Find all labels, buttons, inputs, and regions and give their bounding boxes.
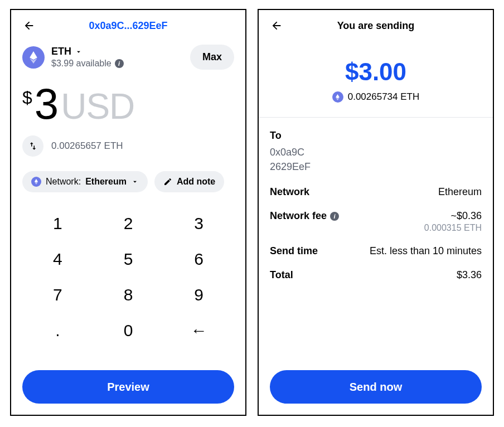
chevron-down-icon	[75, 48, 83, 56]
eth-icon	[31, 177, 41, 187]
arrow-left-icon	[270, 20, 283, 32]
recipient-address-header: 0x0a9C...629EeF	[22, 20, 234, 32]
sendtime-label: Send time	[270, 245, 318, 257]
network-value: Ethereum	[85, 177, 127, 187]
network-row-value: Ethereum	[438, 186, 482, 198]
fee-eth: 0.000315 ETH	[424, 223, 482, 233]
to-address-line2: 2629EeF	[270, 161, 311, 172]
network-row-label: Network	[270, 186, 309, 198]
total-value: $3.36	[457, 269, 482, 281]
send-amount-eth: 0.00265734 ETH	[348, 91, 420, 103]
enter-amount-panel: 0x0a9C...629EeF ETH $3.99 available i Ma…	[10, 9, 246, 416]
currency-symbol: $	[22, 88, 32, 108]
confirm-send-panel: You are sending $3.00 0.00265734 ETH To …	[258, 9, 494, 416]
keypad-9[interactable]: 9	[163, 277, 234, 313]
max-button[interactable]: Max	[190, 45, 234, 70]
amount-value: 3	[35, 82, 59, 125]
to-label: To	[270, 130, 482, 142]
keypad-4[interactable]: 4	[22, 241, 93, 277]
back-button-right[interactable]	[270, 19, 283, 32]
edit-icon	[163, 177, 172, 186]
right-header: You are sending	[270, 10, 482, 41]
to-address: 0x0a9C 2629EeF	[270, 145, 482, 174]
amount-unit: USD	[61, 89, 134, 124]
fee-usd: ~$0.36	[450, 210, 482, 221]
asset-info: ETH $3.99 available i	[51, 46, 183, 69]
asset-selector-row: ETH $3.99 available i Max	[22, 45, 234, 70]
left-header: 0x0a9C...629EeF	[22, 10, 234, 41]
keypad-3[interactable]: 3	[163, 206, 234, 241]
to-address-line1: 0x0a9C	[270, 147, 304, 158]
info-icon[interactable]: i	[115, 59, 124, 68]
fee-label-text: Network fee	[270, 210, 327, 222]
back-button-left[interactable]	[22, 19, 36, 32]
total-label: Total	[270, 269, 293, 281]
eth-icon	[332, 91, 343, 103]
keypad-dot[interactable]: .	[22, 313, 93, 348]
fee-value: ~$0.36 0.000315 ETH	[424, 210, 482, 233]
info-icon[interactable]: i	[330, 212, 339, 221]
keypad-7[interactable]: 7	[22, 277, 93, 313]
network-chip[interactable]: Network: Ethereum	[22, 171, 148, 192]
send-now-button[interactable]: Send now	[270, 370, 482, 404]
keypad-backspace[interactable]: ←	[163, 313, 234, 348]
divider	[259, 117, 493, 118]
add-note-label: Add note	[177, 177, 215, 187]
keypad-1[interactable]: 1	[22, 206, 93, 241]
asset-symbol: ETH	[51, 46, 71, 57]
network-label: Network:	[46, 177, 81, 187]
transaction-details: To 0x0a9C 2629EeF Network Ethereum Netwo…	[270, 130, 482, 281]
add-note-chip[interactable]: Add note	[154, 171, 224, 192]
available-balance: $3.99 available	[51, 59, 112, 69]
arrow-left-icon	[23, 20, 35, 32]
preview-button[interactable]: Preview	[22, 370, 234, 404]
fee-label: Network fee i	[270, 210, 339, 222]
keypad-5[interactable]: 5	[93, 241, 164, 277]
send-amount-block: $3.00 0.00265734 ETH	[270, 58, 482, 103]
send-amount-usd: $3.00	[270, 58, 482, 86]
converted-amount: 0.00265657 ETH	[51, 140, 123, 152]
swap-currency-button[interactable]	[22, 135, 43, 157]
keypad-6[interactable]: 6	[163, 241, 234, 277]
eth-icon	[22, 46, 45, 69]
keypad: 1 2 3 4 5 6 7 8 9 . 0 ←	[22, 206, 234, 348]
sendtime-value: Est. less than 10 minutes	[370, 245, 482, 257]
amount-display: $ 3 USD	[22, 82, 234, 125]
keypad-0[interactable]: 0	[93, 313, 164, 348]
page-title: You are sending	[270, 20, 482, 32]
asset-picker[interactable]: ETH	[51, 46, 183, 57]
swap-vertical-icon	[28, 141, 38, 151]
keypad-8[interactable]: 8	[93, 277, 164, 313]
chevron-down-icon	[131, 178, 139, 186]
keypad-2[interactable]: 2	[93, 206, 164, 241]
